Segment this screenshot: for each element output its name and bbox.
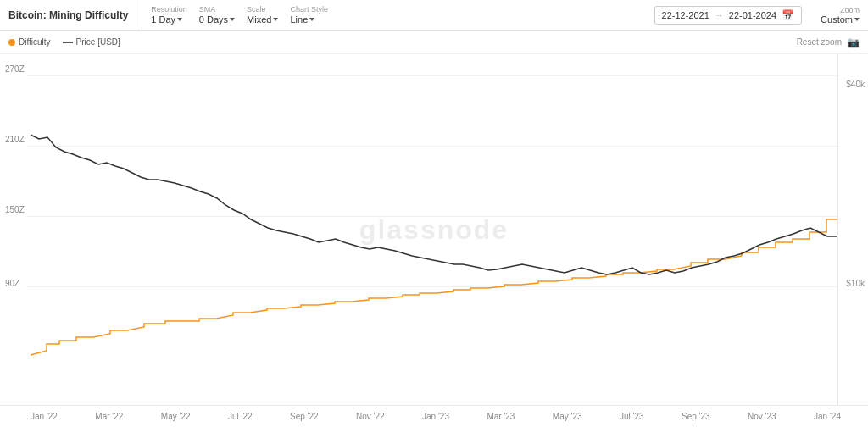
chart-title: Bitcoin: Mining Difficulty [8, 0, 142, 30]
sma-chevron-icon [230, 18, 235, 21]
chart-style-control: Chart Style Line [290, 5, 328, 25]
x-label-mar22: Mar '22 [95, 412, 123, 421]
chart-style-label: Chart Style [290, 5, 328, 14]
x-label-jul23: Jul '23 [620, 412, 644, 421]
scale-label: Scale [247, 5, 278, 14]
camera-icon: 📷 [847, 36, 860, 48]
price-line [31, 135, 837, 274]
chart-style-select[interactable]: Line [290, 14, 328, 25]
zoom-chevron-icon [854, 18, 860, 21]
date-arrow-icon: → [715, 10, 724, 20]
resolution-value: 1 Day [151, 14, 175, 25]
date-range-section: 22-12-2021 → 22-01-2024 📅 Zoom Custom [654, 6, 860, 25]
x-label-sep23: Sep '23 [682, 412, 710, 421]
calendar-icon: 📅 [782, 9, 794, 21]
scale-control: Scale Mixed [247, 5, 278, 25]
chart-style-chevron-icon [309, 18, 314, 21]
price-legend-label: Price [USD] [76, 37, 120, 47]
difficulty-legend: Difficulty [8, 37, 51, 47]
date-end: 22-01-2024 [729, 10, 776, 20]
zoom-value: Custom [821, 14, 853, 25]
x-label-jan23: Jan '23 [422, 412, 449, 421]
resolution-control: Resolution 1 Day [151, 5, 187, 25]
date-range-box[interactable]: 22-12-2021 → 22-01-2024 📅 [654, 6, 803, 25]
sma-control: SMA 0 Days [199, 5, 235, 25]
x-axis: Jan '22 Mar '22 May '22 Jul '22 Sep '22 … [0, 405, 868, 427]
main-chart-svg [0, 54, 868, 405]
legend-bar: Difficulty Price [USD] Reset zoom 📷 [0, 30, 868, 54]
scale-select[interactable]: Mixed [247, 14, 278, 25]
x-label-sep22: Sep '22 [290, 412, 319, 421]
x-label-nov22: Nov '22 [356, 412, 385, 421]
top-bar: Bitcoin: Mining Difficulty Resolution 1 … [0, 0, 868, 30]
chart-area: glassnode 270Z 210Z 150Z 90Z $40k $10k [0, 54, 868, 405]
x-label-jan22: Jan '22 [31, 412, 58, 421]
chart-style-value: Line [290, 14, 308, 25]
resolution-chevron-icon [177, 18, 182, 21]
scale-chevron-icon [273, 18, 278, 21]
resolution-label: Resolution [151, 5, 187, 14]
scale-value: Mixed [247, 14, 271, 25]
sma-label: SMA [199, 5, 235, 14]
reset-zoom-label: Reset zoom [797, 37, 842, 47]
x-label-may22: May '22 [161, 412, 191, 421]
zoom-label: Zoom [840, 6, 860, 14]
difficulty-legend-dot [8, 39, 15, 46]
sma-select[interactable]: 0 Days [199, 14, 235, 25]
x-label-jan24: Jan '24 [814, 412, 841, 421]
difficulty-legend-label: Difficulty [19, 37, 51, 47]
zoom-section: Zoom Custom [821, 6, 860, 25]
price-legend: Price [USD] [63, 37, 120, 47]
x-label-nov23: Nov '23 [748, 412, 776, 421]
zoom-select[interactable]: Custom [821, 14, 860, 25]
title-text: Bitcoin: Mining Difficulty [8, 9, 128, 21]
x-label-jul22: Jul '22 [228, 412, 253, 421]
price-legend-line [63, 42, 73, 43]
controls-section: Resolution 1 Day SMA 0 Days Scale Mixed … [142, 0, 654, 30]
resolution-select[interactable]: 1 Day [151, 14, 187, 25]
date-start: 22-12-2021 [662, 10, 709, 20]
sma-value: 0 Days [199, 14, 228, 25]
x-label-mar23: Mar '23 [487, 412, 515, 421]
reset-zoom-button[interactable]: Reset zoom 📷 [797, 36, 860, 48]
difficulty-line [31, 219, 837, 355]
x-label-may23: May '23 [553, 412, 582, 421]
